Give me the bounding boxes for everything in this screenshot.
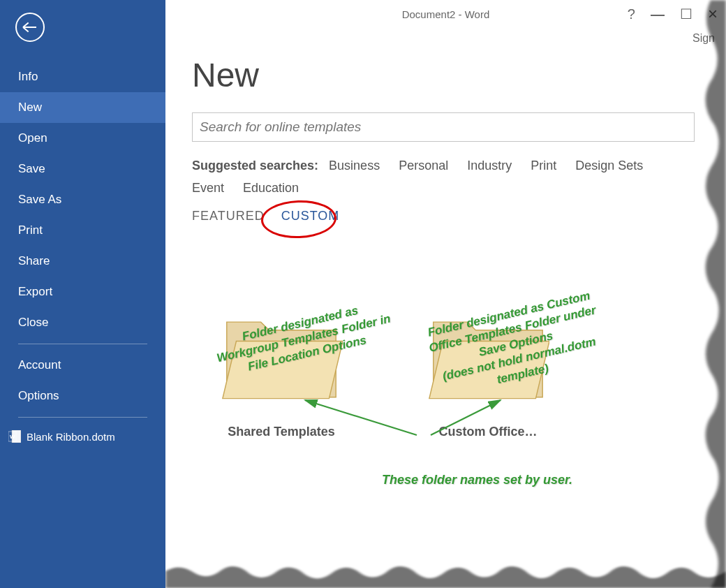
back-arrow-icon	[24, 27, 36, 28]
tab-featured[interactable]: FEATURED	[192, 209, 265, 223]
suggested-label: Suggested searches:	[192, 159, 318, 172]
suggested-term[interactable]: Business	[329, 159, 380, 172]
folder-label: Custom Office…	[438, 425, 537, 439]
tab-custom[interactable]: CUSTOM	[281, 209, 340, 223]
suggested-term[interactable]: Industry	[467, 159, 512, 172]
nav-print[interactable]: Print	[0, 215, 165, 246]
recent-file-label: Blank Ribbon.dotm	[27, 431, 115, 443]
nav-new[interactable]: New	[0, 92, 165, 123]
nav-open[interactable]: Open	[0, 123, 165, 154]
nav-info[interactable]: Info	[0, 61, 165, 92]
folder-shared-templates[interactable]: Folder designated asWorkgroup Templates …	[220, 307, 343, 439]
template-search-box[interactable]	[192, 112, 695, 142]
nav-options[interactable]: Options	[0, 381, 165, 411]
nav-account[interactable]: Account	[0, 350, 165, 381]
backstage-sidebar: Info New Open Save Save As Print Share E…	[0, 0, 165, 588]
annotation-note-bottom: These folder names set by user.	[255, 473, 699, 487]
sidebar-divider-2	[18, 417, 147, 418]
suggested-term[interactable]: Personal	[399, 159, 448, 172]
suggested-searches: Suggested searches: Business Personal In…	[192, 154, 709, 199]
nav-save-as[interactable]: Save As	[0, 184, 165, 215]
back-button[interactable]	[15, 13, 45, 42]
suggested-term[interactable]: Education	[243, 181, 299, 195]
suggested-term[interactable]: Event	[192, 181, 224, 195]
suggested-term[interactable]: Print	[531, 159, 556, 172]
main-panel: New Suggested searches: Business Persona…	[165, 0, 726, 588]
nav-save[interactable]: Save	[0, 154, 165, 184]
folder-icon	[427, 307, 549, 405]
nav-share[interactable]: Share	[0, 246, 165, 277]
template-folders: Folder designated asWorkgroup Templates …	[220, 307, 699, 439]
page-title: New	[192, 56, 699, 94]
sidebar-divider	[18, 344, 147, 344]
nav-export[interactable]: Export	[0, 277, 165, 307]
svg-text:W: W	[10, 434, 15, 440]
folder-label: Shared Templates	[228, 425, 335, 439]
template-tabs: FEATURED CUSTOM	[192, 209, 699, 223]
folder-custom-office[interactable]: Folder designated as CustomOffice Templa…	[427, 307, 549, 439]
folder-icon	[220, 307, 343, 405]
template-search-input[interactable]	[200, 119, 687, 135]
recent-file-item[interactable]: W Blank Ribbon.dotm	[0, 423, 165, 450]
suggested-term[interactable]: Design Sets	[575, 159, 643, 172]
word-doc-icon: W	[8, 430, 21, 443]
nav-close[interactable]: Close	[0, 307, 165, 338]
